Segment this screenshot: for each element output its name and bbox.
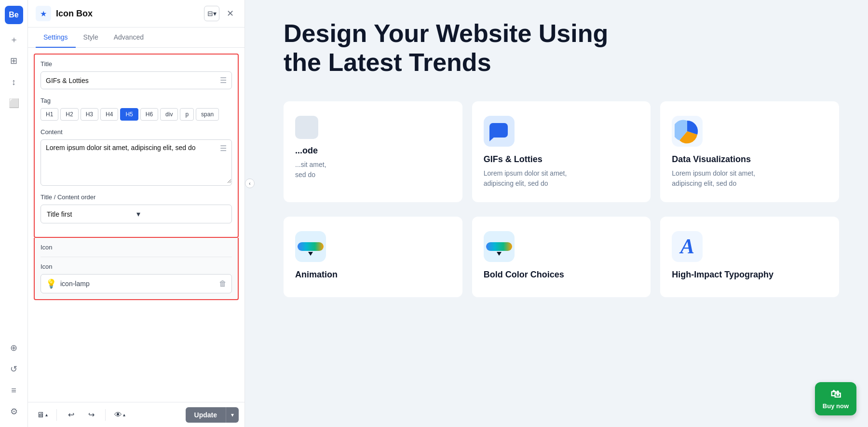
bracket-tl xyxy=(284,101,289,107)
cart-icon: 🛍 xyxy=(830,388,841,400)
undo-btn[interactable]: ↩ xyxy=(63,407,79,423)
panel-tabs: Settings Style Advanced xyxy=(28,28,244,48)
chat-bubble-shape xyxy=(489,123,508,138)
card-datavis-title: Data Visualizations xyxy=(672,154,827,165)
collapse-panel-arrow[interactable]: ‹ xyxy=(245,179,255,188)
panel-header: ★ Icon Box ⊟▾ ✕ xyxy=(28,0,244,28)
settings-section: Title ☰ Tag H1 H2 H3 H4 H5 H6 div p xyxy=(34,54,239,238)
tag-buttons: H1 H2 H3 H4 H5 H6 div p span xyxy=(41,108,232,121)
left-toolbar: Be ＋ ⊞ ↕ ⬜ ⊕ ↺ ≡ ⚙ xyxy=(0,0,28,427)
card-boldcolor-title: Bold Color Choices xyxy=(484,270,639,280)
toolbar-layout[interactable]: ⊞ xyxy=(4,51,24,70)
toolbar-history[interactable]: ↺ xyxy=(4,359,24,379)
card-animation-icon-wrap xyxy=(295,231,326,262)
card-partial-icon xyxy=(295,116,318,139)
redo-btn[interactable]: ↪ xyxy=(83,407,99,423)
content-db-icon[interactable]: ☰ xyxy=(220,144,227,153)
tag-h5[interactable]: H5 xyxy=(120,108,138,121)
order-value: Title first xyxy=(47,210,136,218)
sep1 xyxy=(56,409,57,421)
update-arrow-btn[interactable]: ▾ xyxy=(226,407,239,423)
color-bar-bold-wrap xyxy=(486,240,512,253)
card-datavis-icon-wrap xyxy=(672,116,703,147)
color-bar-wrap xyxy=(298,240,324,253)
buy-now-label: Buy now xyxy=(823,402,849,410)
device-toggle[interactable]: 🖥 ▴ xyxy=(34,407,51,423)
bracket-br xyxy=(457,196,462,202)
preview-btn[interactable]: 👁 ▴ xyxy=(111,407,128,423)
card-boldcolor-icon-wrap xyxy=(484,231,515,262)
card-data-vis: Data Visualizations Lorem ipsum dolor si… xyxy=(660,101,839,202)
monitor-icon: 🖥 xyxy=(37,411,44,419)
content-textarea[interactable]: Lorem ipsum dolor sit amet, adipiscing e… xyxy=(41,140,231,183)
card-gifs-title: GIFs & Lotties xyxy=(484,154,639,165)
be-logo: Be xyxy=(5,6,23,24)
panel: ★ Icon Box ⊟▾ ✕ Settings Style Advanced … xyxy=(28,0,245,427)
bracket-bl xyxy=(284,196,289,202)
toolbar-add[interactable]: ＋ xyxy=(4,30,24,49)
typography-a-icon: A xyxy=(680,234,694,259)
card-animation: Animation xyxy=(284,217,462,297)
icon-delete-btn[interactable]: 🗑 xyxy=(219,279,227,288)
sep2 xyxy=(105,409,106,421)
tag-field-group: Tag H1 H2 H3 H4 H5 H6 div p span xyxy=(41,97,232,121)
card-partial-text: ...sit amet,sed do xyxy=(295,160,451,180)
panel-title: Icon Box xyxy=(56,9,199,19)
title-input-row: ☰ xyxy=(41,71,232,89)
bracket-tr xyxy=(457,101,462,107)
preview-icon: 👁 xyxy=(114,411,122,419)
tag-h3[interactable]: H3 xyxy=(81,108,98,121)
hero-title: Design Your Website Using the Latest Tre… xyxy=(284,19,621,77)
panel-content: Title ☰ Tag H1 H2 H3 H4 H5 H6 div p xyxy=(28,48,244,402)
main-content: ‹ Design Your Website Using the Latest T… xyxy=(245,0,868,427)
chevron-down-icon: ▾ xyxy=(136,209,226,219)
pie-chart-icon xyxy=(675,119,700,144)
tag-label: Tag xyxy=(41,97,232,104)
tab-settings[interactable]: Settings xyxy=(36,28,76,48)
icon-name: icon-lamp xyxy=(60,280,215,288)
card-gifs-lotties: GIFs & Lotties Lorem ipsum dolor sit ame… xyxy=(472,101,651,202)
title-field-group: Title ☰ xyxy=(41,60,232,89)
main-inner: Design Your Website Using the Latest Tre… xyxy=(245,0,868,317)
color-bar-bold xyxy=(486,242,512,251)
content-label: Content xyxy=(41,128,232,136)
card-typography: A High-Impact Typography xyxy=(660,217,839,297)
panel-header-actions: ⊟▾ ✕ xyxy=(204,6,237,21)
tag-h4[interactable]: H4 xyxy=(100,108,118,121)
card-datavis-text: Lorem ipsum dolor sit amet,adipiscing el… xyxy=(672,168,827,189)
title-db-icon[interactable]: ☰ xyxy=(220,76,227,85)
buy-now-btn[interactable]: 🛍 Buy now xyxy=(815,382,856,415)
icon-preview: 💡 xyxy=(46,278,56,289)
card-typo-title: High-Impact Typography xyxy=(672,270,827,280)
content-field-group: Content Lorem ipsum dolor sit amet, adip… xyxy=(41,128,232,186)
tag-span[interactable]: span xyxy=(196,108,219,121)
tab-style[interactable]: Style xyxy=(76,28,106,48)
panel-close-btn[interactable]: ✕ xyxy=(223,7,237,20)
tag-h2[interactable]: H2 xyxy=(60,108,78,121)
toolbar-settings[interactable]: ⚙ xyxy=(4,402,24,421)
content-textarea-row: Lorem ipsum dolor sit amet, adipiscing e… xyxy=(41,139,232,186)
toolbar-template[interactable]: ⬜ xyxy=(4,94,24,113)
toolbar-filter[interactable]: ≡ xyxy=(4,381,24,400)
panel-duplicate-btn[interactable]: ⊟▾ xyxy=(204,6,219,21)
order-dropdown[interactable]: Title first ▾ xyxy=(41,205,232,223)
card-gifs-text: Lorem ipsum dolor sit amet,adipiscing el… xyxy=(484,168,639,189)
icon-field-row: 💡 icon-lamp 🗑 xyxy=(41,274,232,293)
cards-grid-row2: Animation Bold Color Choices A High-Impa… xyxy=(284,217,839,297)
card-gifs-icon-wrap xyxy=(484,116,515,147)
preview-arrow: ▴ xyxy=(123,412,125,417)
color-bar xyxy=(298,242,324,251)
icon-section: Icon Icon 💡 icon-lamp 🗑 xyxy=(34,238,239,300)
toolbar-layers[interactable]: ⊕ xyxy=(4,338,24,358)
tag-h6[interactable]: H6 xyxy=(140,108,158,121)
tag-div[interactable]: div xyxy=(160,108,178,121)
title-input[interactable] xyxy=(46,77,220,84)
tab-advanced[interactable]: Advanced xyxy=(106,28,151,48)
tag-p[interactable]: p xyxy=(180,108,194,121)
toolbar-sort[interactable]: ↕ xyxy=(4,72,24,92)
cards-grid-row1: ...ode ...sit amet,sed do GIFs & Lotties… xyxy=(284,101,839,202)
tag-h1[interactable]: H1 xyxy=(41,108,58,121)
update-main-btn[interactable]: Update xyxy=(186,407,226,423)
section-divider xyxy=(41,257,232,257)
order-field-group: Title / Content order Title first ▾ xyxy=(41,193,232,223)
